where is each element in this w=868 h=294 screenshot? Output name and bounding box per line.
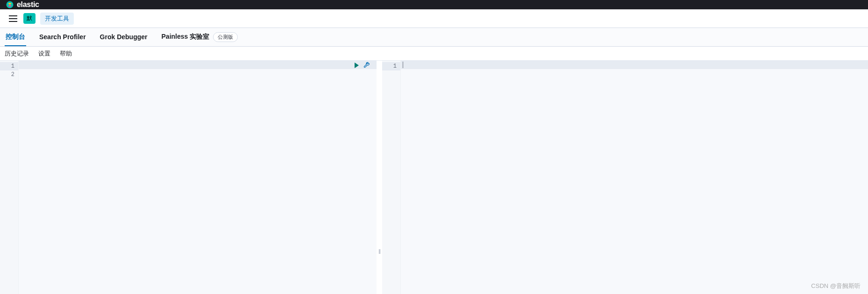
tab-console[interactable]: 控制台 (5, 28, 26, 46)
hamburger-icon (9, 15, 17, 22)
play-icon (353, 62, 360, 69)
tab-grok-debugger[interactable]: Grok Debugger (99, 28, 149, 46)
watermark-text: CSDN @音阙斯听 (811, 282, 861, 290)
code-line (401, 61, 868, 69)
request-actions (353, 62, 370, 69)
tab-search-profiler[interactable]: Search Profiler (38, 28, 87, 46)
request-line-gutter: 1 2 (0, 61, 19, 294)
app-logo[interactable]: elastic (6, 0, 39, 9)
console-toolbar: 历史记录 设置 帮助 (0, 47, 868, 61)
send-request-button[interactable] (353, 62, 360, 69)
response-line-gutter: 1 (382, 61, 401, 294)
tab-label: Grok Debugger (100, 33, 148, 41)
gutter-line-number: 1 (382, 62, 400, 70)
tab-label: Search Profiler (39, 33, 86, 41)
request-editor-pane: 1 2 (0, 61, 377, 294)
response-editor-pane: 1 (382, 61, 868, 294)
editor-container: 1 2 1 (0, 61, 868, 294)
beta-badge: 公测版 (213, 32, 238, 42)
breadcrumb-devtools[interactable]: 开发工具 (40, 13, 74, 25)
svg-rect-1 (9, 15, 17, 16)
history-link[interactable]: 历史记录 (5, 50, 29, 58)
request-editor[interactable] (19, 61, 377, 294)
tab-label: Painless 实验室 (162, 33, 210, 41)
app-name: elastic (17, 0, 39, 9)
header-row: 默 开发工具 (0, 9, 868, 28)
help-link[interactable]: 帮助 (60, 50, 72, 58)
request-options-button[interactable] (363, 62, 370, 69)
top-nav-bar: elastic (0, 0, 868, 9)
space-badge[interactable]: 默 (23, 13, 36, 24)
gutter-line-number: 1 (0, 62, 18, 70)
svg-point-0 (7, 1, 14, 8)
pane-splitter[interactable] (377, 61, 382, 294)
gutter-line-number: 2 (0, 70, 18, 79)
menu-toggle-button[interactable] (7, 13, 19, 24)
tab-painless-lab[interactable]: Painless 实验室 公测版 (161, 28, 239, 47)
svg-rect-2 (9, 18, 17, 19)
response-viewer[interactable] (401, 61, 868, 294)
code-line (19, 61, 377, 69)
elastic-logo-icon (6, 0, 14, 9)
wrench-icon (363, 62, 370, 69)
settings-link[interactable]: 设置 (38, 50, 50, 58)
tab-label: 控制台 (6, 33, 25, 41)
svg-rect-3 (9, 21, 17, 22)
code-line (19, 69, 377, 77)
tabs-row: 控制台 Search Profiler Grok Debugger Painle… (0, 28, 868, 47)
